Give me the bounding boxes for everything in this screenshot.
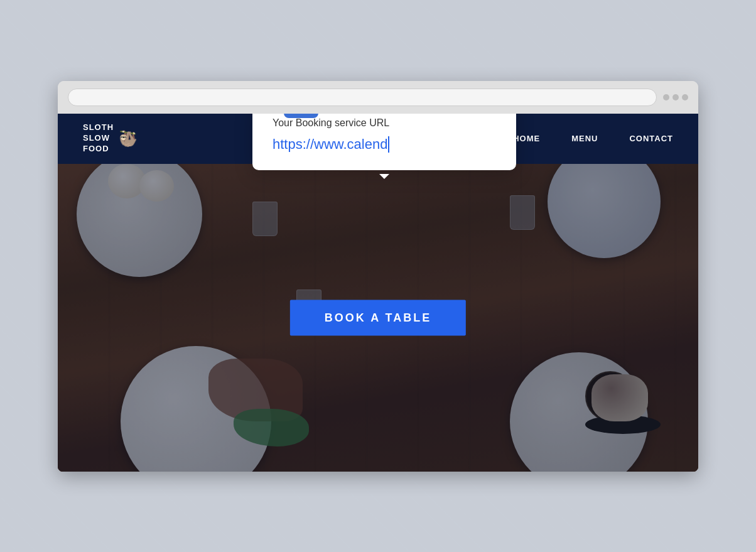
hero-section: BOOK A TABLE xyxy=(58,164,698,472)
tooltip-popup: ⛓ Your Booking service URL https://www.c… xyxy=(252,114,516,170)
browser-window: ⛓ Your Booking service URL https://www.c… xyxy=(58,81,698,472)
browser-dot-1 xyxy=(663,94,669,100)
sloth-icon: 🦥 xyxy=(119,129,138,148)
logo-line3: FOOD xyxy=(83,144,114,154)
website-content: ⛓ Your Booking service URL https://www.c… xyxy=(58,114,698,472)
url-bar[interactable] xyxy=(68,89,657,106)
text-cursor xyxy=(388,136,389,153)
tooltip-url-text[interactable]: https://www.calend xyxy=(273,136,387,153)
tooltip-box: Your Booking service URL https://www.cal… xyxy=(252,114,516,170)
nav-link-menu[interactable]: MENU xyxy=(571,134,598,143)
logo-line2: SLOW xyxy=(83,133,114,144)
browser-dots xyxy=(663,94,688,100)
logo-text: SLOTH SLOW FOOD xyxy=(83,122,114,154)
screen-wrapper: ⛓ Your Booking service URL https://www.c… xyxy=(58,81,698,472)
nav-link-contact[interactable]: CONTACT xyxy=(629,134,673,143)
nav-link-home[interactable]: HOME xyxy=(513,134,540,143)
logo-line1: SLOTH xyxy=(83,122,114,133)
tooltip-url: https://www.calend xyxy=(273,136,496,153)
browser-toolbar xyxy=(58,81,698,114)
tooltip-label: Your Booking service URL xyxy=(273,117,496,129)
tooltip-icon-badge: ⛓ xyxy=(284,114,318,118)
book-table-button[interactable]: BOOK A TABLE xyxy=(290,300,466,335)
nav-links: HOME MENU CONTACT xyxy=(513,134,673,143)
browser-dot-2 xyxy=(672,94,679,100)
browser-dot-3 xyxy=(682,94,688,100)
site-logo: SLOTH SLOW FOOD 🦥 xyxy=(83,122,138,154)
